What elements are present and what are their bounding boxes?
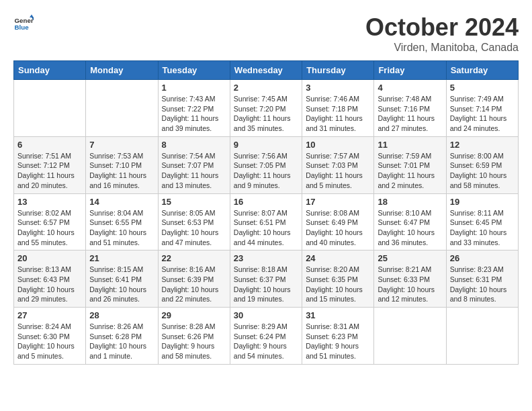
day-cell: 17Sunrise: 8:08 AM Sunset: 6:49 PM Dayli… [302, 193, 374, 250]
day-info: Sunrise: 7:48 AM Sunset: 7:16 PM Dayligh… [378, 94, 442, 134]
day-cell: 5Sunrise: 7:49 AM Sunset: 7:14 PM Daylig… [446, 80, 518, 137]
logo-icon: General Blue [13, 13, 34, 34]
week-row-4: 20Sunrise: 8:13 AM Sunset: 6:43 PM Dayli… [14, 250, 519, 308]
day-info: Sunrise: 8:11 AM Sunset: 6:45 PM Dayligh… [450, 208, 515, 248]
day-info: Sunrise: 8:07 AM Sunset: 6:51 PM Dayligh… [234, 208, 298, 248]
week-row-5: 27Sunrise: 8:24 AM Sunset: 6:30 PM Dayli… [14, 308, 519, 365]
day-number: 17 [306, 197, 370, 207]
day-cell: 11Sunrise: 7:59 AM Sunset: 7:01 PM Dayli… [374, 136, 446, 193]
day-number: 18 [378, 197, 442, 207]
day-cell: 10Sunrise: 7:57 AM Sunset: 7:03 PM Dayli… [302, 136, 374, 193]
day-number: 31 [306, 310, 370, 320]
day-cell: 28Sunrise: 8:26 AM Sunset: 6:28 PM Dayli… [86, 308, 158, 365]
day-cell: 8Sunrise: 7:54 AM Sunset: 7:07 PM Daylig… [158, 136, 230, 193]
day-info: Sunrise: 8:15 AM Sunset: 6:41 PM Dayligh… [89, 265, 154, 304]
day-cell: 23Sunrise: 8:18 AM Sunset: 6:37 PM Dayli… [230, 250, 302, 308]
day-info: Sunrise: 8:24 AM Sunset: 6:30 PM Dayligh… [17, 322, 82, 361]
day-cell: 22Sunrise: 8:16 AM Sunset: 6:39 PM Dayli… [158, 250, 230, 308]
week-row-2: 6Sunrise: 7:51 AM Sunset: 7:12 PM Daylig… [14, 136, 519, 193]
day-cell: 3Sunrise: 7:46 AM Sunset: 7:18 PM Daylig… [302, 80, 374, 137]
day-number: 19 [450, 197, 515, 207]
day-cell: 9Sunrise: 7:56 AM Sunset: 7:05 PM Daylig… [230, 136, 302, 193]
page-header: General Blue October 2024 Virden, Manito… [13, 13, 519, 54]
day-cell [446, 308, 518, 365]
day-cell: 13Sunrise: 8:02 AM Sunset: 6:57 PM Dayli… [14, 193, 86, 250]
day-info: Sunrise: 8:26 AM Sunset: 6:28 PM Dayligh… [89, 322, 154, 361]
day-cell: 16Sunrise: 8:07 AM Sunset: 6:51 PM Dayli… [230, 193, 302, 250]
day-cell [86, 80, 158, 137]
day-info: Sunrise: 7:43 AM Sunset: 7:22 PM Dayligh… [162, 94, 226, 134]
day-info: Sunrise: 8:28 AM Sunset: 6:26 PM Dayligh… [162, 322, 226, 361]
day-info: Sunrise: 7:51 AM Sunset: 7:12 PM Dayligh… [17, 151, 82, 191]
day-number: 20 [17, 253, 82, 263]
day-number: 29 [162, 310, 226, 320]
header-cell-tuesday: Tuesday [158, 61, 230, 80]
header-cell-friday: Friday [374, 61, 446, 80]
day-info: Sunrise: 7:56 AM Sunset: 7:05 PM Dayligh… [234, 151, 298, 191]
day-number: 14 [89, 197, 154, 207]
day-cell: 29Sunrise: 8:28 AM Sunset: 6:26 PM Dayli… [158, 308, 230, 365]
header-cell-monday: Monday [86, 61, 158, 80]
day-info: Sunrise: 8:13 AM Sunset: 6:43 PM Dayligh… [17, 265, 82, 304]
day-number: 10 [306, 140, 370, 150]
day-number: 27 [17, 310, 82, 320]
svg-text:Blue: Blue [15, 24, 30, 31]
day-info: Sunrise: 8:31 AM Sunset: 6:23 PM Dayligh… [306, 322, 370, 361]
day-number: 13 [17, 197, 82, 207]
day-cell: 27Sunrise: 8:24 AM Sunset: 6:30 PM Dayli… [14, 308, 86, 365]
day-cell: 6Sunrise: 7:51 AM Sunset: 7:12 PM Daylig… [14, 136, 86, 193]
day-cell: 31Sunrise: 8:31 AM Sunset: 6:23 PM Dayli… [302, 308, 374, 365]
day-info: Sunrise: 8:10 AM Sunset: 6:47 PM Dayligh… [378, 208, 442, 248]
day-cell: 14Sunrise: 8:04 AM Sunset: 6:55 PM Dayli… [86, 193, 158, 250]
day-number: 15 [162, 197, 226, 207]
day-cell: 1Sunrise: 7:43 AM Sunset: 7:22 PM Daylig… [158, 80, 230, 137]
day-number: 6 [17, 140, 82, 150]
day-number: 21 [89, 253, 154, 263]
day-cell: 18Sunrise: 8:10 AM Sunset: 6:47 PM Dayli… [374, 193, 446, 250]
day-cell: 20Sunrise: 8:13 AM Sunset: 6:43 PM Dayli… [14, 250, 86, 308]
day-cell: 25Sunrise: 8:21 AM Sunset: 6:33 PM Dayli… [374, 250, 446, 308]
day-info: Sunrise: 8:20 AM Sunset: 6:35 PM Dayligh… [306, 265, 370, 304]
day-info: Sunrise: 8:16 AM Sunset: 6:39 PM Dayligh… [162, 265, 226, 304]
header-cell-thursday: Thursday [302, 61, 374, 80]
day-info: Sunrise: 7:53 AM Sunset: 7:10 PM Dayligh… [89, 151, 154, 191]
day-cell [14, 80, 86, 137]
day-info: Sunrise: 8:02 AM Sunset: 6:57 PM Dayligh… [17, 208, 82, 248]
location: Virden, Manitoba, Canada [365, 42, 519, 54]
day-info: Sunrise: 8:08 AM Sunset: 6:49 PM Dayligh… [306, 208, 370, 248]
day-number: 22 [162, 253, 226, 263]
header-cell-wednesday: Wednesday [230, 61, 302, 80]
title-block: October 2024 Virden, Manitoba, Canada [365, 13, 519, 54]
day-number: 16 [234, 197, 298, 207]
day-cell: 2Sunrise: 7:45 AM Sunset: 7:20 PM Daylig… [230, 80, 302, 137]
day-info: Sunrise: 7:45 AM Sunset: 7:20 PM Dayligh… [234, 94, 298, 134]
month-title: October 2024 [365, 13, 519, 42]
day-cell: 7Sunrise: 7:53 AM Sunset: 7:10 PM Daylig… [86, 136, 158, 193]
day-number: 23 [234, 253, 298, 263]
day-number: 4 [378, 83, 442, 93]
day-cell [374, 308, 446, 365]
day-info: Sunrise: 7:54 AM Sunset: 7:07 PM Dayligh… [162, 151, 226, 191]
day-cell: 12Sunrise: 8:00 AM Sunset: 6:59 PM Dayli… [446, 136, 518, 193]
day-info: Sunrise: 8:23 AM Sunset: 6:31 PM Dayligh… [450, 265, 515, 304]
day-number: 24 [306, 253, 370, 263]
day-cell: 4Sunrise: 7:48 AM Sunset: 7:16 PM Daylig… [374, 80, 446, 137]
day-number: 1 [162, 83, 226, 93]
day-number: 26 [450, 253, 515, 263]
day-cell: 30Sunrise: 8:29 AM Sunset: 6:24 PM Dayli… [230, 308, 302, 365]
day-info: Sunrise: 8:18 AM Sunset: 6:37 PM Dayligh… [234, 265, 298, 304]
header-cell-sunday: Sunday [14, 61, 86, 80]
day-number: 3 [306, 83, 370, 93]
week-row-3: 13Sunrise: 8:02 AM Sunset: 6:57 PM Dayli… [14, 193, 519, 250]
day-number: 9 [234, 140, 298, 150]
day-info: Sunrise: 8:21 AM Sunset: 6:33 PM Dayligh… [378, 265, 442, 304]
svg-marker-2 [30, 15, 34, 18]
header-cell-saturday: Saturday [446, 61, 518, 80]
header-row: SundayMondayTuesdayWednesdayThursdayFrid… [14, 61, 519, 80]
logo: General Blue [13, 13, 34, 34]
day-number: 2 [234, 83, 298, 93]
day-number: 8 [162, 140, 226, 150]
day-number: 28 [89, 310, 154, 320]
day-cell: 19Sunrise: 8:11 AM Sunset: 6:45 PM Dayli… [446, 193, 518, 250]
day-number: 12 [450, 140, 515, 150]
